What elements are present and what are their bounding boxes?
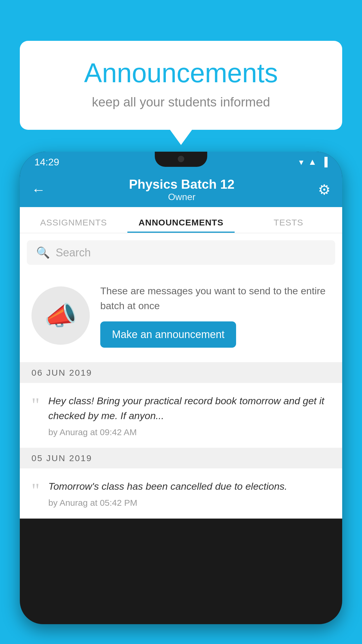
announcement-meta-2: by Anurag at 05:42 PM (48, 498, 331, 508)
signal-icon: ▲ (308, 157, 317, 167)
promo-description: These are messages you want to send to t… (100, 284, 331, 313)
wifi-icon: ▾ (299, 157, 303, 167)
phone-frame: 14:29 ▾ ▲ ▐ ← Physics Batch 12 Owner ⚙ A… (20, 152, 342, 624)
tab-announcements[interactable]: ANNOUNCEMENTS (127, 218, 235, 233)
announcement-content-2: Tomorrow's class has been cancelled due … (48, 479, 331, 508)
status-icons: ▾ ▲ ▐ (299, 157, 328, 167)
announcement-text-2: Tomorrow's class has been cancelled due … (48, 479, 331, 494)
camera-icon (178, 156, 184, 162)
quote-icon-1: " (31, 395, 40, 414)
tab-assignments[interactable]: ASSIGNMENTS (20, 218, 127, 233)
header-title: Physics Batch 12 (129, 177, 235, 192)
back-button[interactable]: ← (31, 182, 45, 198)
search-icon: 🔍 (36, 246, 50, 259)
tab-tests[interactable]: TESTS (235, 218, 342, 233)
date-separator-1: 06 JUN 2019 (20, 363, 342, 383)
phone-container: 14:29 ▾ ▲ ▐ ← Physics Batch 12 Owner ⚙ A… (20, 152, 342, 644)
header-subtitle: Owner (129, 192, 235, 202)
announcement-text-1: Hey class! Bring your practical record b… (48, 393, 331, 423)
announcement-meta-1: by Anurag at 09:42 AM (48, 427, 331, 437)
speech-bubble-subtitle: keep all your students informed (43, 95, 319, 109)
phone-content: 🔍 Search 📣 These are messages you want t… (20, 233, 342, 624)
announcement-item-2: " Tomorrow's class has been cancelled du… (20, 468, 342, 519)
settings-icon[interactable]: ⚙ (318, 181, 331, 198)
speech-bubble-title: Announcements (43, 58, 319, 88)
battery-icon: ▐ (321, 157, 328, 167)
speech-bubble-wrapper: Announcements keep all your students inf… (20, 41, 342, 130)
header-title-group: Physics Batch 12 Owner (129, 177, 235, 202)
announcement-promo: 📣 These are messages you want to send to… (20, 272, 342, 363)
search-placeholder: Search (56, 246, 91, 259)
promo-text-group: These are messages you want to send to t… (100, 284, 331, 348)
quote-icon-2: " (31, 480, 40, 500)
content-area: 🔍 Search 📣 These are messages you want t… (20, 233, 342, 519)
speech-bubble: Announcements keep all your students inf… (20, 41, 342, 130)
announcement-item-1: " Hey class! Bring your practical record… (20, 383, 342, 448)
megaphone-icon: 📣 (44, 300, 77, 331)
date-separator-2: 05 JUN 2019 (20, 448, 342, 468)
announcement-content-1: Hey class! Bring your practical record b… (48, 393, 331, 437)
search-bar[interactable]: 🔍 Search (27, 240, 335, 265)
tabs-container: ASSIGNMENTS ANNOUNCEMENTS TESTS (20, 207, 342, 233)
app-header: ← Physics Batch 12 Owner ⚙ (20, 172, 342, 207)
status-time: 14:29 (34, 156, 59, 168)
make-announcement-button[interactable]: Make an announcement (100, 321, 236, 348)
phone-notch (155, 152, 207, 167)
promo-icon-circle: 📣 (31, 286, 90, 345)
